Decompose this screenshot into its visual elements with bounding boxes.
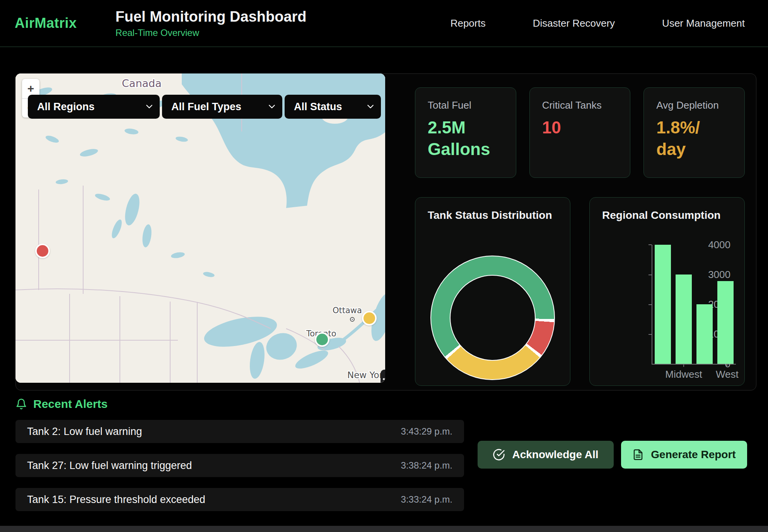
stat-label: Critical Tanks	[542, 99, 618, 111]
map-drag-handle[interactable]	[381, 370, 385, 383]
stat-card-critical-tanks: Critical Tanks 10	[529, 87, 631, 178]
main-nav: Reports Disaster Recovery User Managemen…	[451, 17, 768, 29]
stat-value: 10	[542, 117, 618, 138]
bar-midwest	[676, 275, 692, 364]
file-text-icon	[632, 449, 644, 460]
chart-title: Tank Status Distribution	[428, 209, 558, 222]
bar-south	[696, 304, 713, 364]
bars	[655, 245, 734, 364]
alert-row[interactable]: Tank 15: Pressure threshold exceeded 3:3…	[15, 488, 464, 511]
bar-west	[717, 281, 734, 364]
generate-report-button[interactable]: Generate Report	[621, 441, 747, 469]
alert-time: 3:38:24 p.m.	[401, 460, 452, 471]
charts-row: Tank Status Distribution Regional Consum…	[415, 197, 745, 386]
chevron-down-icon	[146, 104, 153, 109]
chevron-down-icon	[367, 104, 374, 109]
page-title: Fuel Monitoring Dashboard	[116, 9, 307, 25]
tank-marker-normal[interactable]	[315, 332, 329, 347]
title-block: Fuel Monitoring Dashboard Real-Time Over…	[116, 9, 307, 38]
alert-list: Tank 2: Low fuel warning 3:43:29 p.m. Ta…	[15, 420, 464, 511]
bell-icon	[15, 398, 27, 410]
x-tick-label-west: West	[716, 368, 739, 380]
bar-chart: 4000 3000 2000 1000 0	[652, 245, 736, 365]
generate-report-label: Generate Report	[651, 448, 736, 461]
acknowledge-all-label: Acknowledge All	[512, 448, 598, 461]
stat-card-total-fuel: Total Fuel 2.5MGallons	[415, 87, 516, 178]
fuel-map[interactable]: Canada Ottawa Toronto New York + − All R…	[15, 73, 385, 383]
right-column: Total Fuel 2.5MGallons Critical Tanks 10…	[399, 74, 756, 390]
alert-row[interactable]: Tank 2: Low fuel warning 3:43:29 p.m.	[15, 420, 464, 443]
bar-northeast	[655, 245, 671, 364]
stat-label: Total Fuel	[428, 99, 503, 111]
alert-time: 3:43:29 p.m.	[401, 426, 452, 437]
tank-marker-critical[interactable]	[35, 244, 50, 258]
recent-alerts-title: Recent Alerts	[33, 397, 108, 411]
recent-alerts-header: Recent Alerts	[15, 397, 108, 411]
region-filter-value: All Regions	[37, 101, 95, 113]
x-tick-label-midwest: Midwest	[665, 368, 702, 380]
horizontal-scrollbar[interactable]	[0, 526, 768, 532]
app-logo: AirMatrix	[15, 15, 77, 31]
alert-text: Tank 27: Low fuel warning triggered	[27, 460, 192, 472]
chevron-down-icon	[268, 104, 275, 109]
map-label-canada: Canada	[122, 77, 162, 89]
alert-text: Tank 15: Pressure threshold exceeded	[27, 494, 205, 506]
region-filter-dropdown[interactable]: All Regions	[28, 95, 160, 119]
page-subtitle: Real-Time Overview	[116, 27, 307, 38]
stat-value: 1.8%/day	[656, 117, 732, 160]
app-header: AirMatrix Fuel Monitoring Dashboard Real…	[0, 0, 768, 47]
dashboard-panel: Canada Ottawa Toronto New York + − All R…	[15, 73, 756, 390]
stats-row: Total Fuel 2.5MGallons Critical Tanks 10…	[415, 87, 745, 178]
alert-row[interactable]: Tank 27: Low fuel warning triggered 3:38…	[15, 454, 464, 477]
map-label-newyork: New York	[347, 370, 385, 380]
stat-label: Avg Depletion	[656, 99, 732, 111]
nav-disaster-recovery[interactable]: Disaster Recovery	[533, 17, 615, 29]
map-filters: All Regions All Fuel Types All Status	[28, 95, 381, 119]
stat-value: 2.5MGallons	[428, 117, 503, 160]
regional-consumption-chart-card: Regional Consumption 4000 3000 2000 1000…	[589, 197, 745, 386]
nav-user-management[interactable]: User Management	[662, 17, 745, 29]
status-filter-dropdown[interactable]: All Status	[285, 95, 381, 119]
stat-card-avg-depletion: Avg Depletion 1.8%/day	[643, 87, 745, 178]
tank-marker-warning[interactable]	[362, 311, 377, 326]
fuel-type-filter-dropdown[interactable]: All Fuel Types	[162, 95, 282, 119]
map-town-dot-center	[352, 319, 353, 320]
check-circle-icon	[493, 448, 505, 461]
tank-status-chart-card: Tank Status Distribution	[415, 197, 570, 386]
donut-chart	[430, 256, 555, 380]
acknowledge-all-button[interactable]: Acknowledge All	[478, 441, 614, 469]
map-label-ottawa: Ottawa	[333, 306, 362, 315]
alert-time: 3:33:24 p.m.	[401, 494, 452, 505]
map-canvas: Canada Ottawa Toronto New York	[15, 73, 385, 383]
fuel-type-filter-value: All Fuel Types	[171, 101, 241, 113]
nav-reports[interactable]: Reports	[451, 17, 486, 29]
chart-title: Regional Consumption	[602, 209, 732, 222]
alert-text: Tank 2: Low fuel warning	[27, 426, 142, 438]
status-filter-value: All Status	[294, 101, 342, 113]
